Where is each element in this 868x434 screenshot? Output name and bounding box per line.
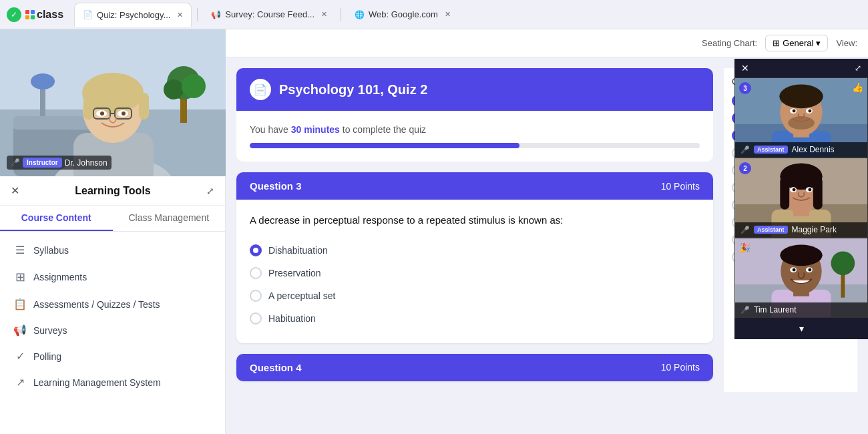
chevron-down-container[interactable]: ▾ [734,318,868,339]
radio-perceptual-set[interactable] [250,290,262,302]
assignments-icon: ⊞ [13,270,27,284]
instructor-name: Dr. Johnson [65,158,107,168]
grid-icon: ⊞ [773,38,780,48]
progress-fill [250,143,519,148]
answer-habituation-label: Habituation [268,313,316,324]
assessments-icon: 📋 [13,298,27,310]
video-panel-header: ✕ ⤢ [734,59,868,77]
survey-tab-label: Survey: Course Feed... [225,9,314,19]
chevron-down-icon[interactable]: ▾ [799,323,804,334]
svg-point-9 [31,73,55,89]
quiz-main: 📄 Psychology 101, Quiz 2 You have 30 min… [236,68,713,392]
expand-button[interactable]: ⤢ [206,186,214,196]
question-3-text: A decrease in perceptual response to a r… [250,213,700,228]
nav-item-assessments[interactable]: 📋 Assessments / Quizzes / Tests [0,291,225,317]
tim-name-bar: 🎤 Tim Laurent [735,302,867,317]
nav-item-assignments[interactable]: ⊞ Assignments [0,263,225,291]
nav-items: ☰ Syllabus ⊞ Assignments 📋 Assessments /… [0,232,225,401]
maggie-role-badge: Assistant [754,226,788,234]
tab-divider-1 [197,8,198,21]
alex-name: Alex Dennis [792,145,835,154]
tab-class-management[interactable]: Class Management [113,206,226,231]
polling-icon: ✓ [13,350,27,363]
alex-role-badge: Assistant [754,146,788,154]
mic-badge: 🎤 Instructor Dr. Johnson [7,156,112,170]
nav-item-surveys[interactable]: 📢 Surveys [0,317,225,343]
panel-tabs-row: Course Content Class Management [0,206,225,232]
logo-dot-green [31,15,35,19]
tab-survey[interactable]: 📢 Survey: Course Feed... ✕ [203,3,335,27]
polling-label: Polling [33,351,61,362]
video-tile-maggie: 2 🎤 Assistant Maggie Park [734,158,868,238]
svg-rect-16 [139,93,149,120]
video-panel-close[interactable]: ✕ [741,63,749,73]
question-3-header: Question 3 10 Points [236,172,713,200]
radio-dishabituation[interactable] [250,244,262,256]
maggie-name-bar: 🎤 Assistant Maggie Park [735,222,867,237]
nav-item-syllabus[interactable]: ☰ Syllabus [0,237,225,263]
quiz-tab-close[interactable]: ✕ [177,11,183,19]
tim-name: Tim Laurent [754,305,797,314]
nav-item-polling[interactable]: ✓ Polling [0,343,225,369]
instructor-video-svg [0,29,226,176]
surveys-icon: 📢 [13,324,27,337]
answer-preservation-label: Preservation [268,268,321,278]
surveys-label: Surveys [33,325,67,336]
tab-web[interactable]: 🌐 Web: Google.com ✕ [347,3,459,27]
nav-item-lms[interactable]: ↗ Learning Management System [0,369,225,395]
question-4-header: Question 4 10 Points [236,354,713,381]
video-tile-alex: 3 👍 🎤 Assistant Alex Dennis [734,77,868,158]
class-logo: class [25,9,63,21]
sidebar: 🎤 Instructor Dr. Johnson ✕ Learning Tool… [0,29,226,434]
answer-dishabituation[interactable]: Dishabituation [250,239,700,262]
seating-chart-select[interactable]: ⊞ General ▾ [765,35,828,51]
assessments-label: Assessments / Quizzes / Tests [33,299,160,310]
syllabus-label: Syllabus [33,245,69,256]
alex-name-bar: 🎤 Assistant Alex Dennis [735,142,867,157]
quiz-header: 📄 Psychology 101, Quiz 2 [236,68,713,111]
svg-rect-42 [813,176,823,210]
tab-divider-2 [341,8,341,21]
chevron-down-icon: ▾ [816,38,821,48]
content-top-bar: Seating Chart: ⊞ General ▾ View: [226,29,868,57]
seating-chart-label: Seating Chart: [702,38,757,48]
instructor-video: 🎤 Instructor Dr. Johnson [0,29,226,176]
tab-quiz[interactable]: 📄 Quiz: Psychology... ✕ [74,3,192,27]
tab-course-content[interactable]: Course Content [0,206,113,231]
video-panel: ✕ ⤢ [734,59,868,339]
class-logo-text: class [37,9,63,21]
logo-dot-blue [31,10,35,14]
quiz-tab-label: Quiz: Psychology... [97,10,170,20]
svg-rect-15 [83,93,93,120]
quiz-title: Psychology 101, Quiz 2 [279,82,427,97]
svg-point-34 [808,110,811,113]
svg-rect-41 [780,176,789,210]
svg-point-21 [100,112,104,116]
tim-mic-icon: 🎤 [740,306,750,314]
video-panel-expand[interactable]: ⤢ [855,63,861,73]
radio-habituation[interactable] [250,312,262,324]
maggie-name: Maggie Park [792,225,837,234]
class-logo-dots [25,10,35,19]
close-button[interactable]: ✕ [11,184,19,197]
learning-tools-header: ✕ Learning Tools ⤢ [0,176,225,206]
svg-point-46 [808,188,811,192]
svg-point-32 [793,110,796,113]
survey-tab-close[interactable]: ✕ [321,10,327,19]
radio-inner [253,248,258,253]
answer-perceptual-set[interactable]: A perceptual set [250,284,700,307]
alex-count-badge: 3 [739,82,751,94]
alex-mic-icon: 🎤 [740,146,750,154]
web-tab-label: Web: Google.com [369,9,438,19]
svg-point-58 [808,268,811,272]
video-tile-tim: 🎉 🎤 Tim Laurent [734,238,868,318]
radio-preservation[interactable] [250,267,262,279]
answer-preservation[interactable]: Preservation [250,262,700,284]
progress-bar [250,143,700,148]
quiz-doc-icon: 📄 [250,79,271,100]
answer-habituation[interactable]: Habituation [250,307,700,330]
answer-dishabituation-label: Dishabituation [268,245,328,256]
logo-area: ✓ class [7,7,63,22]
web-tab-close[interactable]: ✕ [445,10,451,19]
learning-tools-title: Learning Tools [75,185,150,197]
